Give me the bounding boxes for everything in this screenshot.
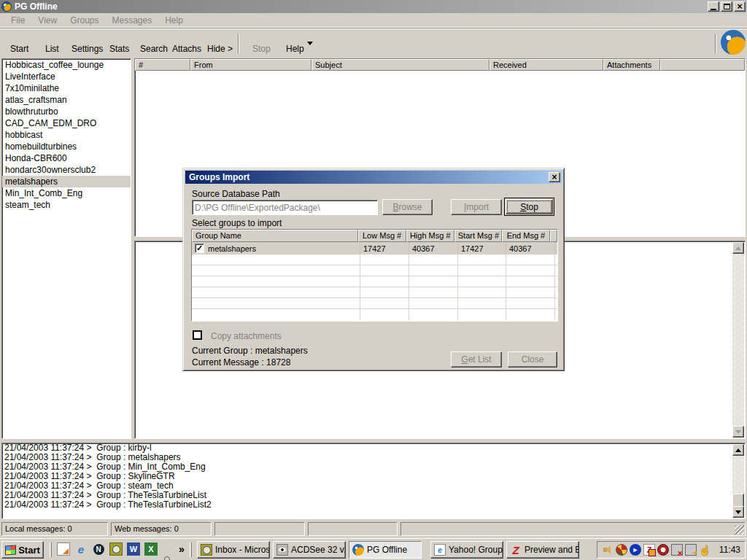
column-header-received[interactable]: Received: [489, 59, 603, 71]
toolbar-list-button[interactable]: List: [41, 42, 63, 56]
volume-icon[interactable]: [602, 544, 614, 556]
empty-row: [192, 309, 557, 320]
group-item[interactable]: steam_tech: [2, 199, 131, 211]
menu-view[interactable]: View: [31, 14, 63, 27]
task-label: ACDSee 32 v2...: [291, 545, 346, 555]
taskbar-clock[interactable]: 11:43: [719, 545, 740, 555]
group-item[interactable]: Min_Int_Comb_Eng: [2, 187, 131, 199]
outlook-icon[interactable]: [109, 542, 123, 556]
empty-row: [192, 298, 557, 309]
stopwatch-icon[interactable]: [657, 544, 669, 556]
network-disconnected-icon[interactable]: [671, 544, 683, 556]
task-button-inbox[interactable]: Inbox - Micros...: [197, 541, 270, 559]
group-item[interactable]: CAD_CAM_EDM_DRO: [2, 117, 131, 129]
end-msg-cell: 40367: [506, 242, 555, 254]
compose-mail-icon[interactable]: [57, 542, 70, 556]
column-header-subject[interactable]: Subject: [311, 59, 489, 71]
close-button[interactable]: ×: [734, 1, 746, 12]
tasks-handle[interactable]: [190, 542, 192, 557]
group-item[interactable]: homebuildturbines: [2, 141, 131, 152]
group-item[interactable]: hobbicast: [2, 129, 131, 141]
toolbar-stats-button[interactable]: Stats: [105, 42, 133, 56]
task-button-acdsee[interactable]: ACDSee 32 v2...: [273, 541, 346, 559]
groups-table-header: Group Name Low Msg # High Msg # Start Ms…: [192, 230, 557, 242]
column-header-from[interactable]: From: [190, 59, 311, 71]
group-item[interactable]: Honda-CBR600: [2, 152, 131, 164]
menu-messages[interactable]: Messages: [106, 14, 159, 27]
maximize-button[interactable]: [721, 1, 732, 12]
log-scroll-up-button[interactable]: [732, 444, 744, 456]
column-header-filler: [550, 230, 557, 242]
log-scroll-down-button[interactable]: [732, 506, 744, 518]
menu-groups[interactable]: Groups: [63, 14, 105, 27]
group-item[interactable]: LiveInterface: [2, 71, 131, 82]
toolbar-dropdown-arrow-icon[interactable]: [307, 42, 313, 45]
arrow-down-icon: [735, 510, 741, 514]
close-icon: ×: [551, 174, 557, 181]
column-header-start-msg[interactable]: Start Msg #: [454, 230, 502, 242]
column-header-number[interactable]: #: [135, 59, 190, 71]
toolbar-search-button[interactable]: Search: [136, 42, 172, 56]
column-header-low-msg[interactable]: Low Msg #: [358, 230, 406, 242]
quicklaunch-overflow-chevron[interactable]: »: [177, 542, 187, 556]
toolbar-help-button[interactable]: Help: [282, 42, 309, 56]
media-player-icon[interactable]: ►: [630, 544, 641, 556]
person-icon[interactable]: [160, 556, 174, 560]
dialog-title: Groups Import: [189, 172, 547, 182]
close-label: Close: [522, 354, 544, 365]
quicklaunch-handle[interactable]: [50, 542, 52, 557]
empty-row: [192, 287, 557, 298]
column-header-attachments[interactable]: Attachments: [603, 59, 660, 71]
menu-help[interactable]: Help: [158, 14, 190, 27]
internet-explorer-icon[interactable]: e: [74, 542, 88, 556]
current-message-text: Current Message : 18728: [192, 357, 290, 368]
group-item[interactable]: Hobbicast_coffee_lounge: [2, 59, 131, 71]
dialog-title-bar[interactable]: Groups Import ×: [185, 171, 562, 184]
status-pane-empty: [308, 522, 398, 536]
log-scrollbar[interactable]: [732, 444, 744, 518]
column-header-group-name[interactable]: Group Name: [192, 230, 358, 242]
stop-button[interactable]: Stop: [504, 198, 554, 216]
start-button[interactable]: Start: [1, 541, 44, 559]
preview-scrollbar-track[interactable]: [732, 242, 744, 438]
minimize-button[interactable]: [708, 1, 719, 12]
system-tray: ► Z ☝ 11:43: [597, 541, 746, 559]
get-list-label: G: [461, 354, 468, 365]
color-wheel-icon[interactable]: [616, 544, 627, 556]
menu-bar: File View Groups Messages Help: [0, 13, 747, 28]
app-icon: [1, 1, 12, 12]
hand-pointer-icon[interactable]: ☝: [699, 544, 711, 556]
toolbar-settings-button[interactable]: Settings: [67, 42, 107, 56]
word-icon[interactable]: W: [127, 542, 140, 556]
group-item[interactable]: blowthruturbo: [2, 106, 131, 117]
task-button-preview[interactable]: Z Preview and E...: [506, 541, 579, 559]
group-item[interactable]: 7x10minilathe: [2, 82, 131, 94]
network-activity-icon[interactable]: [685, 544, 697, 556]
task-button-yahoo-groups[interactable]: e Yahoo! Group...: [430, 541, 503, 559]
group-row-metalshapers[interactable]: ✓ metalshapers 17427 40367 17427 40367: [192, 242, 557, 254]
preview-scrollbar[interactable]: [732, 242, 744, 438]
empty-row: [192, 265, 557, 276]
excel-icon[interactable]: X: [144, 542, 158, 556]
dialog-close-button[interactable]: ×: [549, 172, 560, 182]
copy-attachments-checkbox[interactable]: [193, 330, 202, 340]
group-item[interactable]: hondarc30ownersclub2: [2, 164, 131, 176]
resize-grip[interactable]: [735, 525, 744, 534]
zonealarm-icon[interactable]: Z: [643, 544, 655, 556]
netscape-icon[interactable]: N: [92, 542, 105, 556]
column-header-end-msg[interactable]: End Msg #: [502, 230, 550, 242]
task-label: Preview and E...: [525, 545, 579, 555]
menu-file[interactable]: File: [4, 14, 31, 27]
group-checkbox-checked[interactable]: ✓: [195, 244, 204, 253]
group-item[interactable]: atlas_craftsman: [2, 94, 131, 106]
toolbar-start-button[interactable]: Start: [6, 42, 33, 56]
app-title-bar[interactable]: PG Offline ×: [0, 0, 747, 13]
toolbar-hide-button[interactable]: Hide >: [203, 42, 237, 56]
column-header-high-msg[interactable]: High Msg #: [406, 230, 454, 242]
task-button-pg-offline[interactable]: PG Offline: [349, 541, 422, 559]
log-line: 21/04/2003 11:37:24 > Group : TheTeslaTu…: [2, 500, 745, 510]
group-item-selected[interactable]: metalshapers: [2, 176, 131, 187]
groups-import-dialog: Groups Import × Source Database Path Bro…: [182, 168, 565, 371]
source-path-input[interactable]: [192, 200, 378, 215]
toolbar-attachs-button[interactable]: Attachs: [168, 42, 206, 56]
